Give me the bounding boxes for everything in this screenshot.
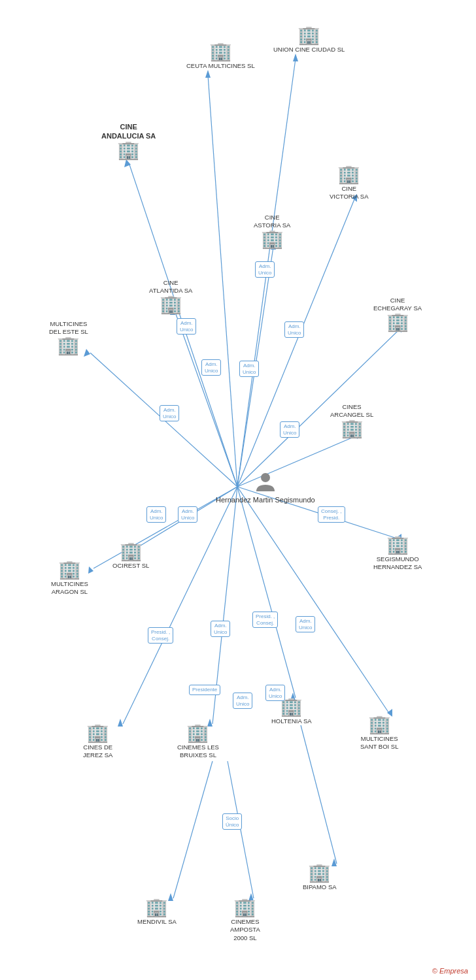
node-cine-atlantida: CINEATLANTIDA SA 🏢 xyxy=(149,278,192,314)
building-icon: 🏢 xyxy=(386,313,409,331)
node-ceuta: 🏢 CEUTA MULTICINES SL xyxy=(186,42,255,70)
node-label: MULTICINESARAGON SL xyxy=(51,580,88,596)
svg-line-10 xyxy=(175,312,237,487)
node-cine-victoria: 🏢 CINEVICTORIA SA xyxy=(330,165,368,201)
badge-adm-13: Adm.Unico xyxy=(233,693,252,709)
node-cinemes-amposta: 🏢 CINEMESAMPOSTA2000 SL xyxy=(230,898,260,942)
badge-adm-10: Adm.Unico xyxy=(211,621,230,637)
badge-adm-9: Adm.Unico xyxy=(146,506,166,523)
badge-adm-arcangel: Adm.Unico xyxy=(280,421,299,438)
building-icon: 🏢 xyxy=(160,295,182,314)
badge-consej-presid: Consej. ,Presid. xyxy=(318,506,345,523)
badge-presid-consej-2: Presid. ,Consej. xyxy=(252,612,278,628)
building-icon: 🏢 xyxy=(308,864,331,882)
badge-adm-center1: Adm.Unico xyxy=(239,361,259,377)
svg-line-32 xyxy=(173,761,212,898)
node-label: BIPAMO SA xyxy=(303,883,337,891)
node-label: SEGISMUNDOHERNANDEZ SA xyxy=(373,555,422,572)
badge-adm-echegaray: Adm.Unico xyxy=(284,321,304,338)
badge-presidente: Presidente xyxy=(189,685,220,695)
node-cines-jerez: 🏢 CINES DEJEREZ SA xyxy=(83,724,112,760)
badge-adm-12: Adm.Unico xyxy=(265,685,285,701)
building-icon: 🏢 xyxy=(261,230,284,248)
svg-marker-21 xyxy=(88,566,94,574)
node-union-cine: 🏢 UNION CINE CIUDAD SL xyxy=(273,26,345,54)
building-icon: 🏢 xyxy=(86,724,109,742)
building-icon: 🏢 xyxy=(120,542,143,561)
node-label: MENDIVIL SA xyxy=(137,918,177,926)
building-icon: 🏢 xyxy=(368,715,391,734)
node-label: CINEECHEGARAY SA xyxy=(373,297,422,313)
node-label: CINEASTORIA SA xyxy=(254,214,290,230)
node-multicines-santboi: 🏢 MULTICINESSANT BOI SL xyxy=(360,715,398,751)
node-label: CINES DEJEREZ SA xyxy=(83,743,112,760)
node-multicines-aragon: 🏢 MULTICINESARAGON SL xyxy=(51,561,88,596)
node-cine-andalucia: CINEANDALUCIA SA 🏢 xyxy=(101,121,156,159)
badge-adm-11: Adm.Unico xyxy=(296,616,315,632)
building-icon: 🏢 xyxy=(337,165,360,184)
svg-line-14 xyxy=(237,330,399,487)
badge-adm-8: Adm.Unico xyxy=(178,506,197,523)
person-icon xyxy=(254,470,277,494)
svg-line-36 xyxy=(301,725,337,864)
node-label-bold: CINEANDALUCIA SA xyxy=(101,122,156,141)
badge-adm-6: Adm.Unico xyxy=(160,405,179,421)
building-icon: 🏢 xyxy=(209,42,232,61)
svg-marker-3 xyxy=(205,70,211,78)
node-label: CINESARCANGEL SL xyxy=(330,403,373,419)
svg-line-28 xyxy=(237,487,296,698)
building-icon: 🏢 xyxy=(341,419,364,438)
building-icon: 🏢 xyxy=(58,561,81,579)
node-label: MULTICINESDEL ESTE SL xyxy=(49,320,88,336)
node-label: OCIREST SL xyxy=(112,562,149,570)
building-icon: 🏢 xyxy=(145,898,168,917)
node-multicines-este: MULTICINESDEL ESTE SL 🏢 xyxy=(49,319,88,355)
node-cines-arcangel: CINESARCANGEL SL 🏢 xyxy=(330,402,373,438)
svg-point-38 xyxy=(261,473,270,482)
node-label: CINEATLANTIDA SA xyxy=(149,279,192,295)
node-segismundo-hernandez: 🏢 SEGISMUNDOHERNANDEZ SA xyxy=(373,536,422,572)
building-icon: 🏢 xyxy=(298,26,320,44)
node-label: CEUTA MULTICINES SL xyxy=(186,62,255,70)
node-ocirest: 🏢 OCIREST SL xyxy=(112,542,149,570)
node-cine-echegaray: CINEECHEGARAY SA 🏢 xyxy=(373,295,422,331)
building-icon: 🏢 xyxy=(186,724,209,742)
copyright-label: © Empresa xyxy=(432,967,468,975)
node-cinemes-bruixes: 🏢 CINEMES LESBRUIXES SL xyxy=(177,724,219,760)
building-icon: 🏢 xyxy=(57,336,80,355)
person-label: Hernandez Martin Segismundo xyxy=(216,495,315,504)
node-label: CINEVICTORIA SA xyxy=(330,185,368,201)
badge-adm-5: Adm.Unico xyxy=(201,359,221,376)
building-icon: 🏢 xyxy=(386,536,409,554)
node-cine-astoria: CINEASTORIA SA 🏢 xyxy=(254,212,290,248)
node-label: HOLTENIA SA xyxy=(271,717,312,725)
svg-line-2 xyxy=(208,75,237,487)
badge-socio-unico: SocioÚnico xyxy=(222,813,242,830)
person-node: Hernandez Martin Segismundo xyxy=(216,470,315,504)
svg-line-30 xyxy=(237,487,390,714)
badge-adm-atlantida: Adm.Unico xyxy=(177,318,196,335)
node-label: CINEMES LESBRUIXES SL xyxy=(177,743,219,760)
svg-marker-5 xyxy=(124,159,131,167)
node-label: UNION CINE CIUDAD SL xyxy=(273,46,345,54)
badge-adm-astoria: Adm.Unico xyxy=(255,261,275,278)
building-icon: 🏢 xyxy=(233,898,256,917)
node-mendivil: 🏢 MENDIVIL SA xyxy=(137,898,177,926)
node-label: CINEMESAMPOSTA2000 SL xyxy=(230,918,260,942)
badge-presid-consej-1: Presid. ,Consej. xyxy=(148,627,173,644)
svg-marker-25 xyxy=(118,719,123,727)
node-holtenia: 🏢 HOLTENIA SA xyxy=(271,698,312,725)
node-label: MULTICINESSANT BOI SL xyxy=(360,735,398,751)
node-bipamo: 🏢 BIPAMO SA xyxy=(303,864,337,891)
svg-marker-1 xyxy=(293,54,298,61)
building-icon-red: 🏢 xyxy=(117,141,140,159)
